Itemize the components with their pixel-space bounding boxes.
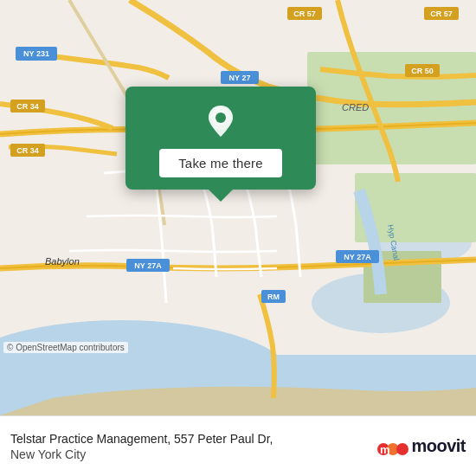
- bottom-info-bar: Telstar Practice Management, 557 Peter P…: [0, 415, 476, 476]
- moovit-icon: m: [376, 430, 409, 463]
- take-me-there-button[interactable]: Take me there: [159, 149, 282, 177]
- svg-text:NY 27: NY 27: [229, 74, 251, 82]
- moovit-text: moovit: [411, 436, 466, 456]
- address-line2: New York City: [10, 447, 376, 461]
- moovit-logo: m moovit: [376, 430, 466, 463]
- svg-text:CRED: CRED: [342, 102, 369, 113]
- svg-text:CR 57: CR 57: [293, 10, 316, 18]
- svg-text:NY 27A: NY 27A: [344, 253, 371, 261]
- address-line1: Telstar Practice Management, 557 Peter P…: [10, 432, 376, 446]
- svg-text:Babylon: Babylon: [45, 256, 80, 267]
- svg-text:CR 57: CR 57: [430, 10, 453, 18]
- map-attribution: © OpenStreetMap contributors: [3, 342, 128, 353]
- svg-text:m: m: [380, 443, 390, 456]
- svg-text:CR 34: CR 34: [16, 102, 39, 111]
- svg-text:CR 50: CR 50: [411, 67, 434, 75]
- location-pin-icon: [202, 102, 240, 140]
- svg-text:RM: RM: [267, 293, 280, 301]
- svg-point-36: [215, 113, 226, 123]
- location-popup: Take me there: [125, 87, 316, 190]
- svg-point-39: [396, 443, 408, 455]
- svg-text:NY 231: NY 231: [23, 49, 49, 58]
- map-background: NY 231 NY 27 CR 57 CR 57 CR 50 CR 34 CR …: [0, 0, 476, 415]
- map-view[interactable]: NY 231 NY 27 CR 57 CR 57 CR 50 CR 34 CR …: [0, 0, 476, 415]
- address-block: Telstar Practice Management, 557 Peter P…: [10, 432, 376, 461]
- svg-text:NY 27A: NY 27A: [134, 261, 162, 270]
- svg-text:CR 34: CR 34: [16, 146, 39, 155]
